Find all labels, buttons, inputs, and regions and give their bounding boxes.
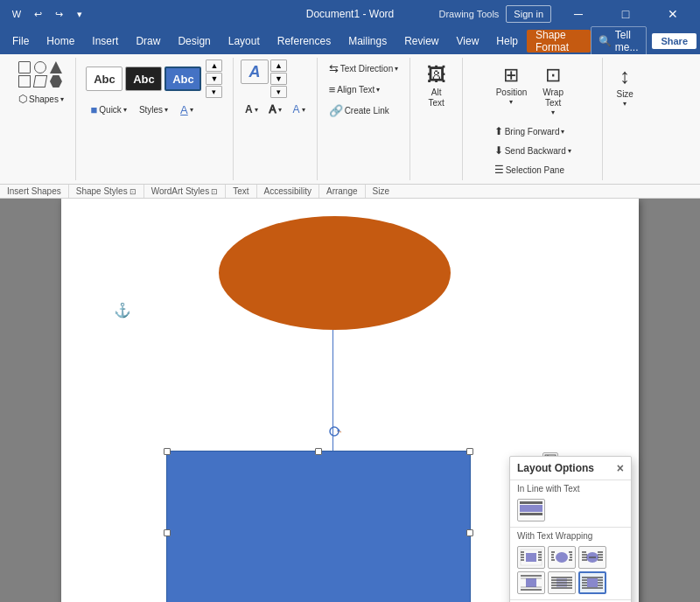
menu-shape-format[interactable]: Shape Format [527, 30, 591, 52]
layout-opt-topbottom[interactable] [517, 571, 545, 594]
shape-ellipse[interactable] [219, 216, 451, 330]
ribbon-labels-row: Insert Shapes Shape Styles ⊡ WordArt Sty… [0, 184, 700, 198]
style-swatch-1[interactable]: Abc [86, 66, 122, 91]
shape-option[interactable] [18, 75, 31, 88]
share-button[interactable]: Share [652, 33, 696, 49]
restore-btn[interactable]: □ [606, 0, 646, 28]
label-shape-styles[interactable]: Shape Styles ⊡ [69, 185, 144, 198]
wordart-more[interactable]: ▾ [270, 86, 287, 98]
menu-insert[interactable]: Insert [83, 30, 127, 52]
wordart-style-a[interactable]: A [241, 60, 269, 84]
layout-opt-behind[interactable] [548, 571, 576, 594]
handle-tr[interactable] [466, 448, 473, 455]
layout-panel-close-btn[interactable]: × [617, 462, 624, 474]
undo-btn[interactable]: ↩ [28, 4, 47, 24]
menu-design[interactable]: Design [169, 30, 219, 52]
size-btn[interactable]: ↕ Size ▾ [610, 60, 639, 112]
text-items: ⇆ Text Direction ▾ ≡ Align Text ▾ 🔗 Crea… [325, 60, 403, 178]
label-insert-shapes[interactable]: Insert Shapes [0, 185, 69, 198]
layout-opt-square[interactable] [517, 546, 545, 569]
svg-rect-6 [526, 553, 536, 562]
selection-pane-btn[interactable]: ☰ Selection Pane [490, 161, 576, 178]
word-icon[interactable]: W [7, 4, 26, 24]
align-text-btn[interactable]: ≡ Align Text ▾ [325, 80, 385, 99]
shape-rectangle[interactable] [166, 451, 471, 602]
label-accessibility[interactable]: Accessibility [257, 185, 319, 198]
layout-opt-infront[interactable] [578, 571, 606, 594]
sign-in-button[interactable]: Sign in [506, 5, 551, 23]
handle-tl[interactable] [164, 448, 171, 455]
menu-mailings[interactable]: Mailings [340, 30, 396, 52]
menu-home[interactable]: Home [38, 30, 83, 52]
bring-forward-btn[interactable]: ⬆ Bring Forward ▾ [490, 122, 576, 140]
style-swatch-3[interactable]: Abc [164, 66, 201, 91]
close-btn[interactable]: ✕ [653, 0, 693, 28]
shape-option[interactable] [50, 75, 62, 88]
create-link-btn[interactable]: 🔗 Create Link [325, 102, 394, 120]
text-direction-btn[interactable]: ⇆ Text Direction ▾ [325, 60, 403, 78]
tell-me-box[interactable]: 🔍 Tell me... [591, 26, 648, 56]
shapes-icon: ⬡ [18, 93, 27, 105]
text-outline-btn[interactable]: A ▾ [265, 101, 286, 118]
label-size[interactable]: Size [366, 185, 396, 198]
position-icon: ⊞ [503, 64, 519, 87]
arrange-items: ⊞ Position ▾ ⊡ Wrap Text ▾ ⬆ Bring Forwa… [490, 60, 576, 178]
wordart-scroll-up[interactable]: ▲ [270, 60, 287, 72]
styles-scroll-down[interactable]: ▼ [206, 73, 222, 85]
text-fill-btn[interactable]: A ▾ [241, 101, 262, 118]
shape-option[interactable] [50, 61, 62, 74]
styles-dropdown[interactable]: Styles ▾ [135, 102, 172, 117]
svg-rect-50 [587, 578, 598, 587]
style-swatch-2[interactable]: Abc [125, 66, 162, 91]
expand-icon2: ⊡ [211, 187, 218, 196]
styles-scroll-up[interactable]: ▲ [206, 60, 222, 72]
handle-tm[interactable] [315, 448, 322, 455]
quick-styles-btn[interactable]: ■ Quick ▾ [86, 101, 130, 119]
menu-help[interactable]: Help [487, 30, 527, 52]
layout-opt-tight[interactable] [548, 546, 576, 569]
layout-opt-inline[interactable] [517, 499, 545, 522]
title-bar-left: W ↩ ↪ ▾ [7, 4, 89, 24]
customize-btn[interactable]: ▾ [70, 4, 89, 24]
position-btn[interactable]: ⊞ Position ▾ [490, 60, 534, 121]
menu-view[interactable]: View [448, 30, 488, 52]
text-effects-btn[interactable]: A ▾ [289, 101, 310, 118]
alt-text-icon: 🖼 [427, 64, 446, 87]
redo-btn[interactable]: ↪ [49, 4, 68, 24]
minimize-btn[interactable]: ─ [558, 0, 598, 28]
menu-draw[interactable]: Draw [127, 30, 169, 52]
styles-more-btn[interactable]: ▾ [206, 86, 222, 98]
rotation-handle[interactable]: → [327, 424, 341, 438]
menu-file[interactable]: File [4, 30, 38, 52]
shape-option[interactable] [33, 75, 47, 88]
shape-option[interactable] [34, 61, 46, 74]
menu-references[interactable]: References [269, 30, 340, 52]
insert-shapes-items: ⬡ Shapes ▾ [14, 60, 68, 178]
alt-text-label: Alt [431, 88, 442, 97]
inline-options [510, 497, 631, 525]
selection-pane-icon: ☰ [494, 164, 504, 176]
handle-ml[interactable] [164, 529, 171, 536]
alt-text-label2: Text [429, 98, 444, 108]
inline-section-label: In Line with Text [510, 482, 631, 497]
text-fill-icon: A [245, 103, 253, 116]
layout-opt-through[interactable] [578, 546, 606, 569]
wrap-text-btn[interactable]: ⊡ Wrap Text ▾ [536, 60, 570, 121]
ribbon-content: ⬡ Shapes ▾ Abc Abc Abc ▲ ▼ ▾ [0, 54, 700, 184]
wordart-scroll-down[interactable]: ▼ [270, 73, 287, 85]
divider1 [510, 480, 631, 480]
menu-layout[interactable]: Layout [220, 30, 269, 52]
more-shapes-btn[interactable]: ⬡ Shapes ▾ [14, 91, 68, 107]
menu-review[interactable]: Review [396, 30, 447, 52]
alt-text-btn[interactable]: 🖼 Alt Text [421, 60, 452, 112]
wrap-icon: ⊡ [545, 64, 561, 87]
title-bar: W ↩ ↪ ▾ Document1 - Word Drawing Tools S… [0, 0, 700, 28]
send-backward-btn[interactable]: ⬇ Send Backward ▾ [490, 142, 576, 159]
shape-option[interactable] [18, 61, 31, 74]
handle-mr[interactable] [466, 529, 473, 536]
label-text[interactable]: Text [226, 185, 256, 198]
label-wordart-styles[interactable]: WordArt Styles ⊡ [144, 185, 227, 198]
wrap-label: Wrap [542, 88, 564, 97]
label-arrange[interactable]: Arrange [319, 185, 366, 198]
shape-outline-btn[interactable]: A ▾ [176, 101, 198, 119]
